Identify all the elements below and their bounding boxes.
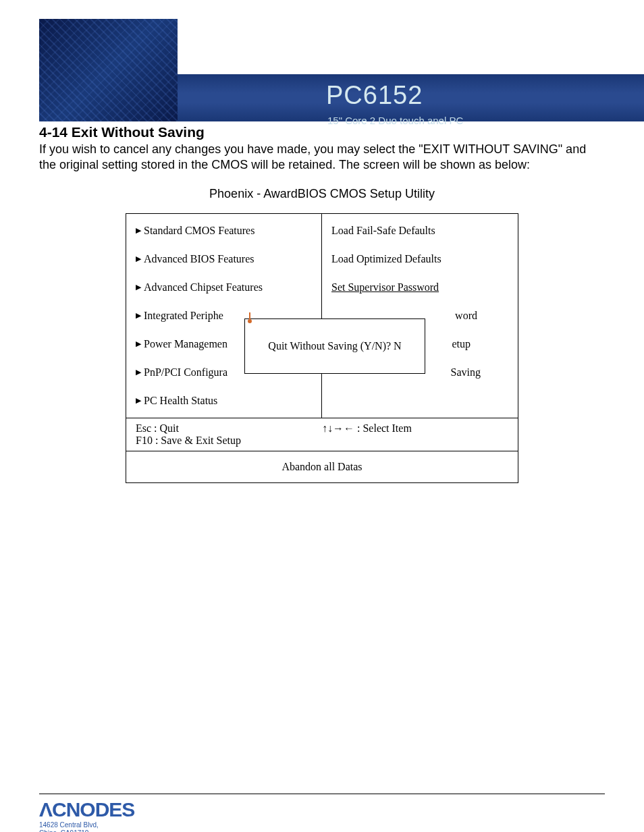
bios-item-advanced-chipset[interactable]: Advanced Chipset Features [126,273,321,302]
bios-menu-grid: Standard CMOS Features Advanced BIOS Fea… [126,214,518,418]
bios-caption: Phoenix - AwardBIOS CMOS Setup Utility [39,187,605,201]
bios-screen: Standard CMOS Features Advanced BIOS Fea… [126,213,518,483]
cursor-mark-icon [248,312,254,325]
bios-item-supervisor-password[interactable]: Set Supervisor Password [322,273,518,302]
hotkey-esc-quit: Esc : Quit [136,422,322,435]
bios-hotkeys-row: Esc : Quit F10 : Save & Exit Setup ↑↓→← … [126,418,518,451]
footer-logo: ΛCNODES [39,798,605,821]
page-header: PC6152 15" Core 2 Duo touch anel PC [0,0,644,121]
hotkey-f10-save: F10 : Save & Exit Setup [136,435,322,447]
page-footer: ΛCNODES 14628 Central Blvd, Chino, CA917… [0,794,644,832]
footer-address-line2: Chino, CA91710 [39,829,605,832]
header-banner: PC6152 15" Core 2 Duo touch anel PC [178,19,644,121]
section-heading: 4-14 Exit Without Saving [39,124,605,140]
acnodes-logo-icon: ΛCNODES [39,798,134,821]
footer-address-line1: 14628 Central Blvd, [39,821,605,830]
header-circuit-image [39,19,178,121]
bios-hotkeys-left: Esc : Quit F10 : Save & Exit Setup [136,422,322,447]
bios-item-load-failsafe[interactable]: Load Fail-Safe Defaults [322,217,518,245]
hotkey-arrows-select: ↑↓→← : Select Item [322,422,508,435]
product-title: PC6152 [326,81,423,110]
bios-hotkeys-right: ↑↓→← : Select Item [322,422,508,447]
bios-dialog-text: Quit Without Saving (Y/N)? N [268,340,401,352]
bios-item-load-optimized[interactable]: Load Optimized Defaults [322,245,518,273]
section-body: If you wish to cancel any changes you ha… [39,142,605,173]
bios-item-advanced-bios[interactable]: Advanced BIOS Features [126,245,321,273]
bios-item-standard-cmos[interactable]: Standard CMOS Features [126,217,321,245]
product-subtitle: 15" Core 2 Duo touch anel PC [327,115,463,126]
bios-item-blank [322,387,518,403]
footer-divider [39,794,605,794]
bios-quit-dialog[interactable]: Quit Without Saving (Y/N)? N [244,318,425,374]
bios-item-pc-health[interactable]: PC Health Status [126,387,321,415]
content-area: 4-14 Exit Without Saving If you wish to … [0,124,644,510]
bios-right-column: Load Fail-Safe Defaults Load Optimized D… [322,214,518,418]
logo-text: CNODES [52,798,134,821]
bios-left-column: Standard CMOS Features Advanced BIOS Fea… [126,214,322,418]
bios-footer-hint: Abandon all Datas [126,451,518,482]
footer-address: 14628 Central Blvd, Chino, CA91710 tel:9… [39,821,605,832]
